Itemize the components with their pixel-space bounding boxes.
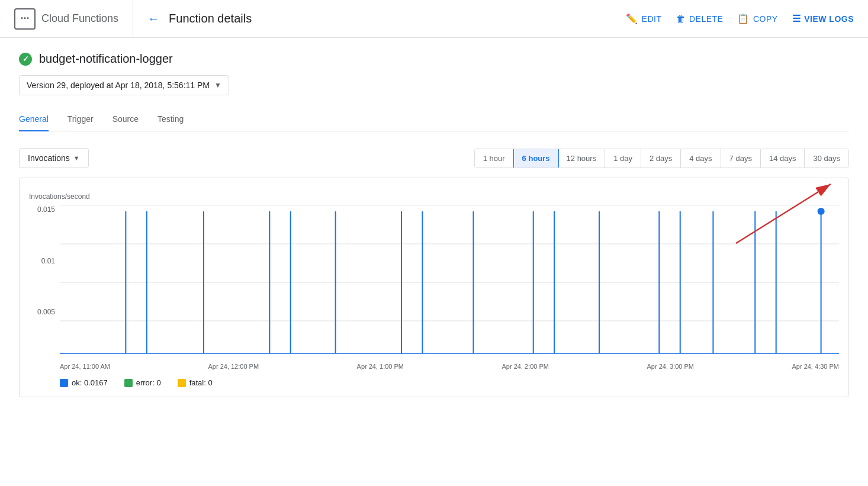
legend-error-label: error: 0 [136, 378, 161, 387]
legend-error-color [124, 379, 133, 387]
chart-controls: Invocations ▼ 1 hour 6 hours 12 hours 1 … [19, 148, 849, 168]
delete-button[interactable]: 🗑 DELETE [676, 14, 724, 24]
app-logo: ··· Cloud Functions [14, 0, 133, 37]
time-btn-6hours[interactable]: 6 hours [513, 149, 559, 168]
x-axis: Apr 24, 11:00 AM Apr 24, 12:00 PM Apr 24… [60, 363, 839, 370]
copy-icon: 📋 [737, 13, 750, 24]
edit-icon: ✏️ [626, 13, 638, 24]
back-button[interactable]: ← [147, 12, 159, 25]
app-name: Cloud Functions [41, 12, 118, 25]
x-label-1100: Apr 24, 11:00 AM [60, 363, 110, 370]
version-label: Version 29, deployed at Apr 18, 2018, 5:… [27, 81, 210, 90]
function-name: budget-notification-logger [39, 52, 173, 66]
time-btn-7days[interactable]: 7 days [721, 149, 761, 168]
copy-button[interactable]: 📋 COPY [737, 13, 777, 24]
tab-trigger[interactable]: Trigger [67, 107, 94, 131]
tab-source[interactable]: Source [112, 107, 139, 131]
tab-testing[interactable]: Testing [157, 107, 184, 131]
metric-chevron-icon: ▼ [73, 155, 80, 162]
x-label-430: Apr 24, 4:30 PM [792, 363, 839, 370]
chart-inner: 0.015 0.01 0.005 [29, 205, 839, 359]
chevron-down-icon: ▼ [214, 81, 221, 89]
legend-ok-label: ok: 0.0167 [72, 378, 108, 387]
time-btn-30days[interactable]: 30 days [805, 149, 848, 168]
x-label-300: Apr 24, 3:00 PM [647, 363, 694, 370]
legend-error: error: 0 [124, 378, 161, 387]
delete-icon: 🗑 [676, 14, 686, 24]
y-axis: 0.015 0.01 0.005 [29, 205, 60, 359]
y-tick-0005: 0.005 [37, 308, 55, 316]
legend-ok: ok: 0.0167 [60, 378, 108, 387]
tabs: General Trigger Source Testing [19, 107, 849, 131]
view-logs-button[interactable]: ☰ VIEW LOGS [792, 13, 854, 24]
time-btn-14days[interactable]: 14 days [761, 149, 805, 168]
edit-button[interactable]: ✏️ EDIT [626, 13, 661, 24]
header: ··· Cloud Functions ← Function details ✏… [0, 0, 868, 38]
x-label-200: Apr 24, 2:00 PM [502, 363, 549, 370]
time-btn-4days[interactable]: 4 days [681, 149, 721, 168]
legend-fatal: fatal: 0 [178, 378, 213, 387]
chart-svg [60, 205, 839, 359]
time-btn-1day[interactable]: 1 day [605, 149, 641, 168]
status-icon: ✓ [19, 53, 32, 66]
header-nav: ← Function details [133, 12, 626, 25]
legend-ok-color [60, 379, 68, 387]
x-label-100: Apr 24, 1:00 PM [357, 363, 404, 370]
page-title: Function details [169, 12, 252, 25]
chart-plot [60, 205, 839, 359]
y-tick-0015: 0.015 [37, 205, 55, 214]
y-tick-001: 0.01 [41, 257, 55, 265]
version-dropdown[interactable]: Version 29, deployed at Apr 18, 2018, 5:… [19, 75, 229, 95]
logo-icon: ··· [14, 8, 36, 30]
legend-fatal-color [178, 379, 186, 387]
metric-dropdown[interactable]: Invocations ▼ [19, 148, 89, 168]
x-label-1200: Apr 24, 12:00 PM [208, 363, 259, 370]
chart-legend: ok: 0.0167 error: 0 fatal: 0 [60, 378, 839, 387]
logs-icon: ☰ [792, 13, 801, 24]
metric-label: Invocations [28, 153, 70, 163]
function-header: ✓ budget-notification-logger [19, 52, 849, 66]
legend-fatal-label: fatal: 0 [189, 378, 213, 387]
time-btn-12hours[interactable]: 12 hours [558, 149, 606, 168]
time-range-buttons: 1 hour 6 hours 12 hours 1 day 2 days 4 d… [474, 149, 849, 168]
tab-general[interactable]: General [19, 107, 49, 131]
header-actions: ✏️ EDIT 🗑 DELETE 📋 COPY ☰ VIEW LOGS [626, 13, 854, 24]
svg-point-23 [818, 208, 825, 215]
chart-container: Invocations/second 0.015 0.01 0.005 [19, 178, 849, 397]
time-btn-1hour[interactable]: 1 hour [475, 149, 514, 168]
y-axis-label: Invocations/second [29, 192, 839, 201]
time-btn-2days[interactable]: 2 days [641, 149, 681, 168]
main-content: ✓ budget-notification-logger Version 29,… [0, 38, 868, 411]
